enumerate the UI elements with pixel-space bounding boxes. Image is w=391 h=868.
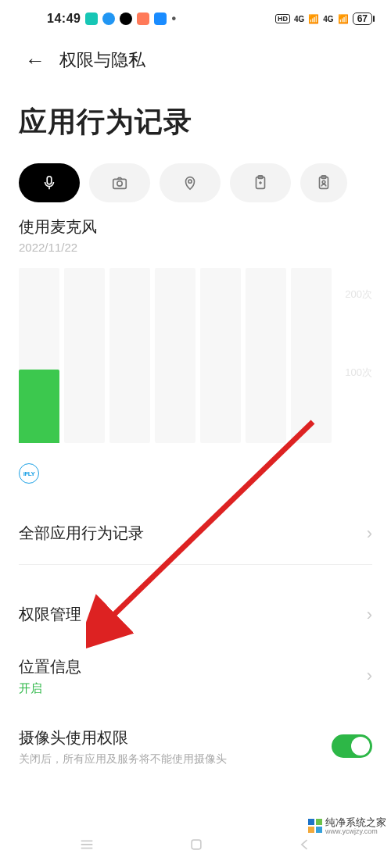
location-icon	[181, 174, 199, 191]
status-left: 14:49 •	[47, 12, 176, 26]
clipboard-icon	[252, 174, 269, 191]
section-title: 使用麦克风	[19, 216, 372, 238]
battery-indicator: 67	[353, 13, 372, 25]
svg-point-8	[322, 180, 325, 184]
row-camera-perm-sub: 关闭后，所有应用及服务将不能使用摄像头	[19, 752, 322, 766]
section-label: 使用麦克风 2022/11/22	[0, 216, 391, 254]
signal-bars-1: 📶	[308, 14, 319, 24]
row-location-label: 位置信息	[19, 656, 81, 677]
camera-icon	[111, 174, 128, 191]
chevron-right-icon: ›	[367, 666, 372, 686]
nav-recent-icon[interactable]	[78, 836, 95, 856]
watermark-line2: www.ycwjzy.com	[325, 828, 386, 835]
app-icon-1	[85, 13, 98, 25]
svg-point-3	[188, 180, 192, 183]
row-camera-perm: 摄像头使用权限 关闭后，所有应用及服务将不能使用摄像头	[0, 712, 391, 781]
status-bar: 14:49 • HD 4G 📶 4G 📶 67	[0, 0, 391, 31]
row-location[interactable]: 位置信息 开启 ›	[0, 641, 391, 712]
app-icon-3	[120, 13, 132, 25]
watermark-line1: 纯净系统之家	[325, 817, 386, 828]
filter-location[interactable]	[160, 163, 221, 202]
camera-perm-toggle[interactable]	[332, 734, 372, 758]
nav-back-icon[interactable]	[297, 837, 313, 855]
watermark: 纯净系统之家 www.ycwjzy.com	[308, 817, 386, 835]
filter-contacts[interactable]	[300, 163, 347, 202]
app-icon-2	[102, 13, 115, 25]
signal-bars-2: 📶	[338, 14, 349, 24]
header-title: 权限与隐私	[59, 48, 145, 72]
ytick-200: 200次	[345, 288, 372, 302]
svg-point-2	[117, 181, 122, 186]
filter-camera[interactable]	[89, 163, 150, 202]
status-clock: 14:49	[47, 12, 81, 26]
signal-2: 4G	[323, 15, 333, 23]
row-all-records-label: 全部应用行为记录	[19, 523, 144, 544]
filter-row	[0, 157, 391, 216]
usage-chart: 200次 100次	[19, 268, 372, 455]
section-date: 2022/11/22	[19, 241, 372, 254]
system-navbar	[0, 830, 391, 862]
divider	[19, 564, 372, 565]
ytick-100: 100次	[345, 366, 372, 380]
app-icon-5	[154, 13, 167, 25]
row-permission-mgmt-label: 权限管理	[19, 604, 81, 625]
row-location-status: 开启	[19, 680, 81, 696]
signal-1: 4G	[294, 15, 304, 23]
ifly-icon: iFLY	[19, 463, 39, 484]
svg-rect-9	[192, 840, 201, 849]
page-header: ← 权限与隐私	[0, 31, 391, 80]
svg-rect-0	[47, 177, 52, 184]
filter-clipboard[interactable]	[230, 163, 291, 202]
more-dot: •	[171, 12, 176, 26]
row-all-records[interactable]: 全部应用行为记录 ›	[0, 507, 391, 559]
status-right: HD 4G 📶 4G 📶 67	[275, 13, 372, 25]
app-icon-4	[137, 13, 149, 25]
contacts-icon	[315, 174, 332, 191]
chart-app-badge: iFLY	[19, 463, 372, 484]
row-permission-mgmt[interactable]: 权限管理 ›	[0, 588, 391, 641]
microphone-icon	[41, 174, 58, 191]
chevron-right-icon: ›	[367, 523, 372, 544]
chart-bar-1	[19, 370, 59, 443]
settings-list: 全部应用行为记录 › 权限管理 › 位置信息 开启 › 摄像头使用权限 关闭后，…	[0, 507, 391, 781]
chevron-right-icon: ›	[367, 605, 372, 625]
back-arrow-icon[interactable]: ←	[25, 50, 45, 70]
row-camera-perm-label: 摄像头使用权限	[19, 727, 322, 748]
nav-home-icon[interactable]	[188, 837, 204, 855]
chart-grid	[19, 268, 336, 443]
hd-badge: HD	[275, 14, 290, 23]
watermark-logo-icon	[308, 819, 322, 833]
filter-microphone[interactable]	[19, 163, 80, 202]
page-title: 应用行为记录	[0, 80, 391, 157]
